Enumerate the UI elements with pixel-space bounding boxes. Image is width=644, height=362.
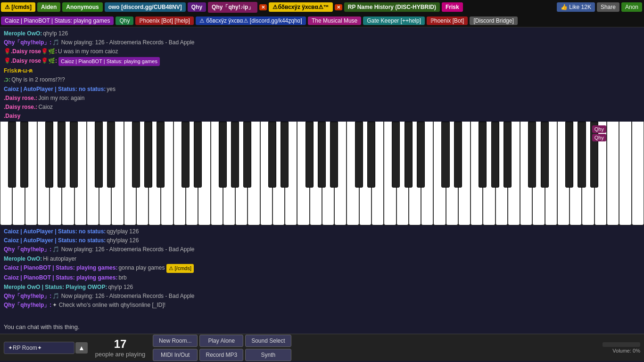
volume-bar[interactable] [603,342,640,347]
black-key-1-3[interactable] [132,122,140,188]
room-selector[interactable]: ✦RP Room✦ [4,342,74,354]
tab-gate-keeper[interactable]: Gate Keeper [++help] [363,16,425,25]
tooltip-bubble: Caioz | PianoBOT | Status: playing games [58,57,160,66]
tab-phoenix-bot2[interactable]: ℙhoenix [Bot] [427,16,468,25]
new-room-button[interactable]: New Room... [153,335,198,347]
people-count: 17 [114,337,127,351]
black-key-2-5[interactable] [243,122,251,188]
white-key-50[interactable] [619,122,631,225]
black-key-1-4[interactable] [144,122,152,188]
black-key-5-0[interactable] [441,122,449,188]
black-key-6-1[interactable] [541,122,549,188]
black-key-6-0[interactable] [528,122,536,188]
white-key-49[interactable] [607,122,619,225]
sound-select-button[interactable]: Sound Select [245,335,291,347]
synth-button[interactable]: Synth [245,349,291,361]
msg-user: 🌹.Daisy rose🌹🌿: [4,47,57,56]
black-key-2-1[interactable] [194,122,202,188]
tab-musical-muse[interactable]: The Musical Muse [308,16,361,25]
chat-msg: 🌹.Daisy rose🌹🌿: U was in my room caioz [4,47,640,56]
tab-anonymous[interactable]: Anonymous [62,2,102,12]
black-key-5-5[interactable] [504,122,512,188]
tab-qhy[interactable]: Qhy [188,2,206,12]
bottom-controls: ✦RP Room✦ ▲ 17 people are playing New Ro… [0,334,644,361]
msg-user: Qhy「qhy!help」: [4,301,51,310]
msg-text: Caioz [38,103,53,112]
tab-qhy2[interactable]: Qhy「qhy!♪ip」 [208,2,257,13]
share-button[interactable]: Share [597,2,619,12]
tab-close2[interactable]: ✕ [335,4,342,10]
tab-owo[interactable]: owo [discord.gg/CUB48NV] [105,2,186,12]
white-key-51[interactable] [632,122,644,225]
msg-text: qhy!play 126 [107,236,139,245]
tab-discord-bridge[interactable]: [Discord Bridge] [470,16,517,25]
tab-cmds[interactable]: ⚠ [/cmds] [1,2,35,12]
black-key-6-3[interactable] [565,122,573,188]
black-key-4-3[interactable] [392,122,400,188]
tab-aiden[interactable]: Aiden [37,2,60,12]
black-key-4-1[interactable] [367,122,375,188]
msg-text: U was in my room caioz [58,47,118,56]
black-key-6-4[interactable] [578,122,586,188]
tab-warning[interactable]: ⚠бδвсхÿz ÿхсвα⚠™ [269,2,332,12]
chat-msg: .ɔ: Qhy is in 2 rooms!?!? [4,75,640,84]
msg-user: Qhy「qhy!help」: [4,38,51,47]
black-key-1-5[interactable] [157,122,165,188]
chat-msg: Caioz | PianoBOT | Status: playing games… [4,273,640,282]
black-key-5-3[interactable] [479,122,487,188]
anon-button[interactable]: Anon [621,2,642,12]
black-key-5-1[interactable] [454,122,462,188]
play-alone-button[interactable]: Play Alone [199,335,243,347]
black-key-4-0[interactable] [355,122,363,188]
tab-phoenix-bot[interactable]: ℙhoenix [Bot] [!help] [135,16,193,25]
midi-inout-button[interactable]: MIDI In/Out [153,349,198,361]
tab-frisk[interactable]: Frisk [442,2,463,12]
black-key-3-4[interactable] [318,122,326,188]
chat-msg: Caioz | AutoPlayer | Status: no status: … [4,227,640,236]
chat-msg: Qhy「qhy!help」: 🎵 Now playing: 126 - Alst… [4,38,640,47]
black-key-0-0[interactable] [8,122,16,188]
msg-user: .Daisy [4,112,20,121]
chat-input-row [0,320,644,334]
black-key-5-4[interactable] [491,122,499,188]
black-key-1-0[interactable] [95,122,103,188]
msg-text: Hi autoplayer [43,255,76,263]
tab-close1[interactable]: ✕ [259,4,267,10]
tooltip-cmds: ⚠ [/cmds] [166,264,194,273]
facebook-like-button[interactable]: 👍 Like 12K [557,2,595,12]
chat-msg: Caioz | AutoPlayer | Status: no status: … [4,236,640,245]
msg-text: qgy!play 126 [107,227,139,236]
chat-msg: Qhy「qhy!help」: ✦ Check who's online with… [4,301,640,310]
black-key-2-3[interactable] [219,122,227,188]
black-key-3-1[interactable] [281,122,289,188]
black-key-2-0[interactable] [182,122,190,188]
black-key-4-5[interactable] [417,122,425,188]
black-key-3-3[interactable] [305,122,314,188]
black-key-0-4[interactable] [58,122,66,188]
tab-qhy-main[interactable]: Qhy [116,16,133,25]
black-key-1-1[interactable] [107,122,115,188]
msg-text: Qhy is in 2 rooms!?!? [11,75,65,84]
msg-text: ✦ Check who's online with qhy!isonline [… [52,301,165,310]
msg-user: .Daisy rose.: [4,94,37,103]
msg-user: 🌹.Daisy rose🌹🌿: [4,57,57,66]
record-mp3-button[interactable]: Record MP3 [199,349,243,361]
controls-grid: New Room... Play Alone Sound Select MIDI… [153,335,291,361]
volume-area: Volume: 0% [603,342,640,354]
tab-caloz-pianobot[interactable]: Caioz | PianoBOT | Status: playing games [1,16,114,25]
msg-user: Caioz | PianoBOT | Status: playing games… [4,263,117,272]
tab-discord-invite[interactable]: ⚠ бδвсхÿz ÿхсвα⚠ [discord.gg/k44ẕqhα] [196,16,306,25]
black-key-0-5[interactable] [70,122,78,188]
black-key-4-4[interactable] [405,122,413,188]
chat-area-bottom: Caioz | AutoPlayer | Status: no status: … [0,225,644,320]
tab-rp[interactable]: RP Name History (DISC-HYBRID) [344,2,440,12]
black-key-2-4[interactable] [231,122,239,188]
room-arrow-up[interactable]: ▲ [75,342,88,354]
chat-input[interactable] [0,320,644,334]
black-key-3-0[interactable] [268,122,276,188]
msg-text: 🎵 Now playing: 126 - Alstroemeria Record… [52,38,194,47]
black-key-0-3[interactable] [45,122,53,188]
black-key-6-5[interactable] [590,122,598,188]
black-key-3-5[interactable] [330,122,338,188]
black-key-0-1[interactable] [20,122,28,188]
